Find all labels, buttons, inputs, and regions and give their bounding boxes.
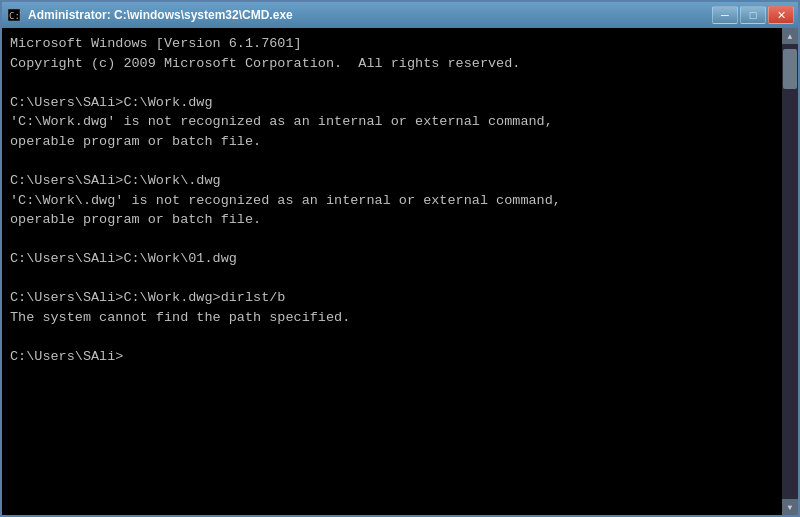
maximize-button[interactable]: □ [740, 6, 766, 24]
console-line [10, 269, 774, 289]
console-line: C:\Users\SAli>C:\Work\.dwg [10, 171, 774, 191]
console-line: 'C:\Work\.dwg' is not recognized as an i… [10, 191, 774, 211]
console-line: operable program or batch file. [10, 132, 774, 152]
console-output[interactable]: Microsoft Windows [Version 6.1.7601]Copy… [2, 28, 782, 515]
console-line: C:\Users\SAli>C:\Work.dwg>dirlst/b [10, 288, 774, 308]
scroll-down-arrow[interactable]: ▼ [782, 499, 798, 515]
console-line: C:\Users\SAli>C:\Work\01.dwg [10, 249, 774, 269]
console-line: C:\Users\SAli>C:\Work.dwg [10, 93, 774, 113]
scroll-up-arrow[interactable]: ▲ [782, 28, 798, 44]
cmd-window: C:\ Administrator: C:\windows\system32\C… [0, 0, 800, 517]
close-button[interactable]: ✕ [768, 6, 794, 24]
console-line: Microsoft Windows [Version 6.1.7601] [10, 34, 774, 54]
title-bar-left: C:\ Administrator: C:\windows\system32\C… [6, 7, 293, 23]
console-line: C:\Users\SAli> [10, 347, 774, 367]
title-bar: C:\ Administrator: C:\windows\system32\C… [2, 2, 798, 28]
console-line: Copyright (c) 2009 Microsoft Corporation… [10, 54, 774, 74]
console-line: 'C:\Work.dwg' is not recognized as an in… [10, 112, 774, 132]
console-line: The system cannot find the path specifie… [10, 308, 774, 328]
console-line: operable program or batch file. [10, 210, 774, 230]
scrollbar-thumb[interactable] [783, 49, 797, 89]
console-line [10, 73, 774, 93]
console-line [10, 327, 774, 347]
svg-text:C:\: C:\ [9, 11, 21, 21]
window-title: Administrator: C:\windows\system32\CMD.e… [28, 8, 293, 22]
console-area: Microsoft Windows [Version 6.1.7601]Copy… [2, 28, 798, 515]
scrollbar-track [782, 44, 798, 499]
console-line [10, 151, 774, 171]
cmd-icon: C:\ [6, 7, 22, 23]
console-line [10, 230, 774, 250]
window-controls: ─ □ ✕ [712, 6, 794, 24]
scrollbar[interactable]: ▲ ▼ [782, 28, 798, 515]
minimize-button[interactable]: ─ [712, 6, 738, 24]
